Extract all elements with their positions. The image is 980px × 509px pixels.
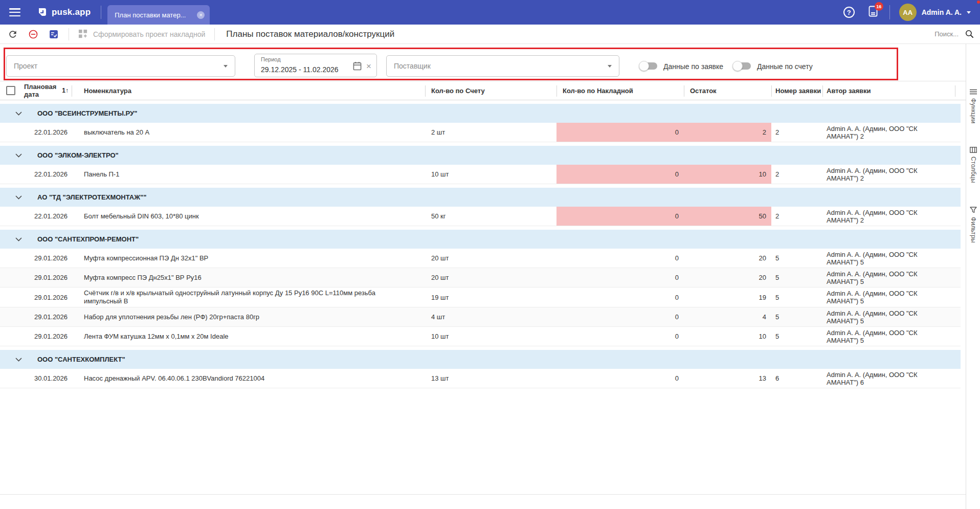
cell-qty-by-account: 2 шт — [425, 123, 556, 142]
cell-request-author: Admin A. A. (Админ, ООО "СК АМАНАТ") 2 — [822, 207, 961, 226]
column-header-planned-date[interactable]: Плановая дата 1↑ — [20, 81, 72, 100]
table-row[interactable]: 22.01.2026 Болт мебельный DIN 603, 10*80… — [0, 207, 961, 226]
brand[interactable]: pusk.app — [37, 7, 91, 18]
cell-planned-date: 29.01.2026 — [20, 268, 72, 287]
menu-icon[interactable] — [9, 8, 20, 16]
cell-request-number: 5 — [771, 287, 822, 307]
cell-remainder: 20 — [684, 249, 771, 268]
table-row[interactable]: 22.01.2026 Панель П-1 10 шт 0 10 2 Admin… — [0, 165, 961, 184]
column-header-qty-by-waybill[interactable]: Кол-во по Накладной — [556, 81, 684, 100]
cell-qty-by-waybill: 0 — [556, 369, 684, 388]
search-area: Поиск... — [934, 29, 975, 40]
group-name: ООО "САНТЕХКОМПЛЕКТ" — [37, 356, 125, 363]
row-checkbox-cell — [0, 287, 20, 307]
table-row[interactable]: 29.01.2026 Лента ФУМ катушка 12мм x 0,1м… — [0, 327, 961, 346]
chevron-down-icon[interactable] — [15, 195, 22, 200]
app-window: pusk.app План поставки матер... × ? 16 A… — [0, 0, 980, 509]
group-row[interactable]: ООО "ЭЛКОМ-ЭЛЕКТРО" — [0, 146, 961, 165]
table-row[interactable]: 29.01.2026 Счётчик г/в и х/в крыльчатый … — [0, 287, 961, 307]
table-row[interactable]: 29.01.2026 Муфта компресс ПЭ Дн25x1" ВР … — [0, 268, 961, 287]
clear-period-icon[interactable]: × — [366, 62, 371, 71]
column-header-request-number[interactable]: Номер заявки — [771, 81, 822, 100]
cell-qty-by-account: 20 шт — [425, 268, 556, 287]
table-row[interactable]: 22.01.2026 выключатель на 20 А 2 шт 0 2 … — [0, 123, 961, 142]
cell-request-author: Admin A. A. (Админ, ООО "СК АМАНАТ") 5 — [822, 249, 961, 268]
group-row[interactable]: ООО "САНТЕХПРОМ-РЕМОНТ" — [0, 230, 961, 249]
column-header-qty-by-account[interactable]: Кол-во по Счету — [425, 81, 556, 100]
toggle-data-by-request-label: Данные по заявке — [663, 62, 723, 71]
cell-qty-by-waybill: 0 — [556, 123, 684, 142]
group-row[interactable]: ООО "САНТЕХКОМПЛЕКТ" — [0, 350, 961, 369]
chevron-down-icon[interactable] — [15, 237, 22, 241]
row-checkbox-cell — [0, 369, 20, 388]
help-icon[interactable]: ? — [843, 7, 855, 18]
group-row[interactable]: АО "ТД "ЭЛЕКТРОТЕХМОНТАЖ"" — [0, 188, 961, 207]
column-header-request-author[interactable]: Автор заявки — [822, 81, 961, 100]
group-name: ООО "САНТЕХПРОМ-РЕМОНТ" — [37, 235, 139, 243]
user-menu[interactable]: AA Admin A. A. — [899, 4, 971, 21]
row-checkbox-cell — [0, 327, 20, 346]
cell-planned-date: 22.01.2026 — [20, 165, 72, 184]
chevron-down-icon — [967, 11, 971, 14]
period-field[interactable]: Период 29.12.2025 - 11.02.2026 × — [254, 54, 377, 77]
form-invoice-button[interactable]: Сформировать проект накладной — [78, 29, 205, 39]
chevron-down-icon[interactable] — [15, 112, 22, 116]
toggle-data-by-request[interactable] — [639, 61, 658, 71]
row-checkbox-cell — [0, 207, 20, 226]
notification-badge: 16 — [875, 2, 883, 11]
table-header: Плановая дата 1↑ Номенклатура Кол-во по … — [0, 81, 966, 100]
table-row[interactable]: 29.01.2026 Набор для уплотнения резьбы л… — [0, 307, 961, 327]
cell-remainder: 2 — [684, 123, 771, 142]
table-row[interactable]: 30.01.2026 Насос дренажный APV. 06.40.06… — [0, 369, 961, 388]
chevron-down-icon[interactable] — [15, 153, 22, 158]
column-header-remainder[interactable]: Остаток — [684, 81, 771, 100]
project-select[interactable]: Проект — [6, 55, 235, 77]
grid-add-icon — [78, 29, 88, 39]
chevron-down-icon — [224, 65, 228, 68]
filter-icon — [970, 207, 977, 213]
supplier-select[interactable]: Поставщик — [386, 55, 619, 77]
select-all-checkbox[interactable] — [6, 86, 15, 95]
cell-request-number: 2 — [771, 207, 822, 226]
cell-remainder: 19 — [684, 287, 771, 307]
chevron-down-icon[interactable] — [15, 358, 22, 362]
cell-planned-date: 22.01.2026 — [20, 123, 72, 142]
group-row[interactable]: ООО "ВСЕИНСТРУМЕНТЫ.РУ" — [0, 104, 961, 123]
period-value: 29.12.2025 - 11.02.2026 — [261, 65, 339, 74]
row-checkbox-cell — [0, 307, 20, 326]
column-header-nomenclature[interactable]: Номенклатура — [72, 81, 425, 100]
notifications-icon[interactable]: 16 — [868, 6, 878, 19]
table-row[interactable]: 29.01.2026 Муфта компрессионная ПЭ Дн 32… — [0, 249, 961, 268]
refresh-button[interactable] — [7, 29, 18, 40]
cell-planned-date: 29.01.2026 — [20, 307, 72, 326]
group-name: АО "ТД "ЭЛЕКТРОТЕХМОНТАЖ"" — [37, 193, 146, 201]
cell-qty-by-account: 10 шт — [425, 327, 556, 346]
supplier-placeholder: Поставщик — [394, 62, 608, 70]
cell-qty-by-waybill: 0 — [556, 327, 684, 346]
sidebar-tab-columns[interactable]: Столбцы — [970, 147, 977, 183]
row-checkbox-cell — [0, 165, 20, 184]
cell-nomenclature: Муфта компресс ПЭ Дн25x1" ВР Ру16 — [72, 268, 425, 287]
cell-qty-by-account: 50 кг — [425, 207, 556, 226]
sidebar-tab-filters[interactable]: Фильтры — [970, 207, 977, 243]
toggle-data-by-invoice[interactable] — [732, 61, 752, 71]
user-name: Admin A. A. — [922, 8, 962, 16]
tab-close-icon[interactable]: × — [197, 11, 205, 19]
cell-request-number: 6 — [771, 369, 822, 388]
cancel-button[interactable] — [28, 29, 39, 40]
sidebar-tab-functions[interactable]: Функции — [970, 89, 977, 123]
sort-indicator: 1↑ — [62, 87, 69, 94]
calendar-icon[interactable] — [353, 61, 362, 71]
cell-planned-date: 29.01.2026 — [20, 327, 72, 346]
cell-request-author: Admin A. A. (Админ, ООО "СК АМАНАТ") 5 — [822, 287, 961, 307]
checklist-button[interactable] — [48, 29, 59, 40]
group-name: ООО "ЭЛКОМ-ЭЛЕКТРО" — [37, 151, 119, 159]
cell-remainder: 13 — [684, 369, 771, 388]
toolbar-divider — [214, 28, 215, 40]
form-invoice-label: Сформировать проект накладной — [93, 30, 205, 38]
cell-planned-date: 22.01.2026 — [20, 207, 72, 226]
tab-plan-postavki[interactable]: План поставки матер... × — [107, 5, 210, 25]
cell-remainder: 10 — [684, 327, 771, 346]
search-icon[interactable] — [964, 29, 975, 40]
cell-request-author: Admin A. A. (Админ, ООО "СК АМАНАТ") 5 — [822, 268, 961, 287]
